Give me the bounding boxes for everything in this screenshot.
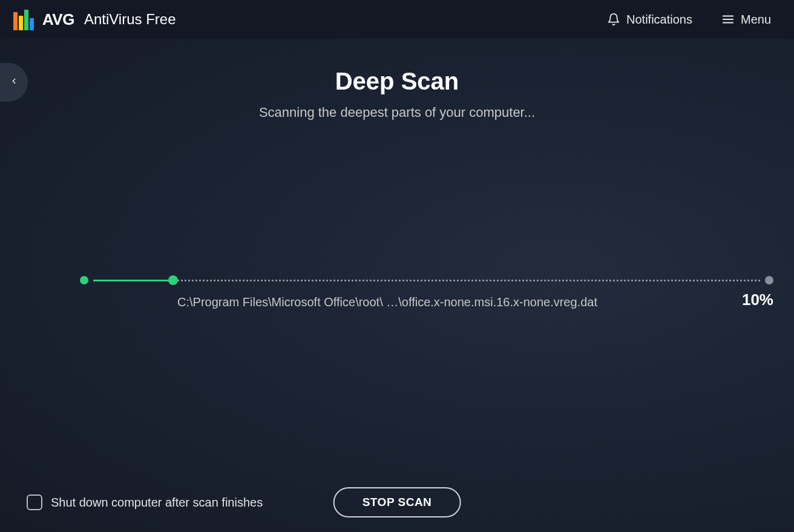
menu-label: Menu — [741, 13, 771, 27]
progress-area: C:\Program Files\Microsoft Office\root\ … — [80, 276, 773, 284]
progress-start-dot — [80, 276, 88, 284]
progress-end-dot — [765, 276, 773, 284]
avg-flag-icon — [13, 8, 35, 30]
progress-dotted-rail — [93, 280, 760, 281]
app-header: AVG AntiVirus Free Notifications Menu — [0, 0, 794, 39]
progress-current-dot — [168, 275, 178, 285]
notifications-button[interactable]: Notifications — [601, 8, 698, 30]
bell-icon — [607, 12, 620, 27]
hamburger-icon — [721, 13, 735, 26]
progress-fill — [93, 280, 172, 281]
checkbox-box-icon — [27, 494, 42, 510]
brand-logo: AVG AntiVirus Free — [13, 8, 176, 30]
shutdown-label: Shut down computer after scan finishes — [51, 496, 263, 510]
menu-button[interactable]: Menu — [715, 9, 777, 30]
footer-bar: Shut down computer after scan finishes S… — [0, 494, 794, 510]
main-content: Deep Scan Scanning the deepest parts of … — [0, 39, 794, 532]
product-name: AntiVirus Free — [84, 11, 176, 28]
page-subtitle: Scanning the deepest parts of your compu… — [0, 105, 794, 120]
stop-scan-button[interactable]: STOP SCAN — [333, 487, 461, 517]
brand-name: AVG — [42, 10, 74, 29]
shutdown-checkbox[interactable]: Shut down computer after scan finishes — [27, 494, 263, 510]
current-scan-path: C:\Program Files\Microsoft Office\root\ … — [80, 295, 695, 309]
page-title: Deep Scan — [0, 68, 794, 95]
progress-percent: 10% — [742, 291, 773, 309]
notifications-label: Notifications — [626, 13, 692, 27]
progress-track — [80, 276, 773, 284]
